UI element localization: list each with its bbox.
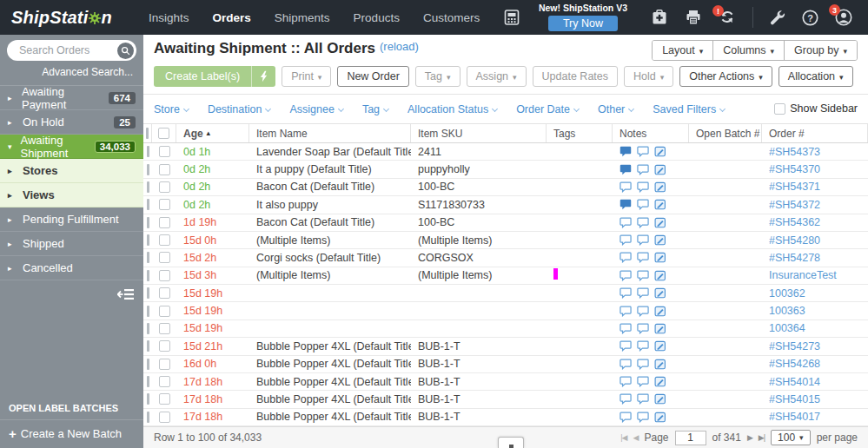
account-icon[interactable]: 3 — [835, 9, 852, 26]
row-handle[interactable] — [143, 376, 152, 387]
nav-item-products[interactable]: Products — [354, 11, 400, 24]
table-row[interactable]: 15d 3h(Multiple Items)(Multiple Items)In… — [143, 267, 868, 285]
columns-button[interactable]: Columns▾ — [712, 41, 784, 60]
table-row[interactable]: 15d 19h100363 — [143, 302, 868, 320]
edit-note-icon[interactable] — [654, 181, 666, 193]
order-number-link[interactable]: #SH54017 — [769, 411, 820, 423]
order-number-link[interactable]: #SH54278 — [769, 252, 820, 264]
row-checkbox[interactable] — [159, 217, 170, 228]
next-page-icon[interactable]: ▶ — [747, 433, 752, 442]
edit-note-icon[interactable] — [654, 323, 666, 334]
note-from-buyer-icon[interactable] — [620, 376, 632, 387]
row-handle[interactable] — [143, 217, 152, 228]
order-number-link[interactable]: 100363 — [769, 305, 805, 317]
column-header-item-sku[interactable]: Item SKU — [411, 124, 547, 142]
sidebar-item-stores[interactable]: ▸Stores — [0, 159, 143, 183]
first-page-icon[interactable]: |◀ — [620, 433, 626, 442]
try-now-button[interactable]: Try Now — [548, 16, 618, 32]
calculator-icon[interactable] — [503, 10, 520, 25]
edit-note-icon[interactable] — [654, 199, 666, 210]
row-checkbox[interactable] — [159, 164, 170, 175]
edit-note-icon[interactable] — [654, 146, 666, 157]
row-handle[interactable] — [143, 199, 152, 210]
sidebar-item-on-hold[interactable]: ▸On Hold25 — [0, 110, 143, 135]
edit-note-icon[interactable] — [654, 270, 666, 281]
update-rates-button[interactable]: Update Rates — [533, 66, 618, 87]
table-row[interactable]: 0d 2hIt also puppyS1171830733#SH54372 — [143, 196, 868, 214]
column-header-order[interactable]: Order # — [762, 124, 868, 142]
row-checkbox[interactable] — [159, 146, 170, 157]
order-number-link[interactable]: InsuranceTest — [769, 269, 837, 281]
search-input[interactable] — [17, 43, 117, 57]
column-header-notes[interactable]: Notes — [613, 124, 689, 142]
note-to-buyer-icon[interactable] — [637, 252, 649, 263]
row-handle[interactable] — [143, 323, 152, 334]
row-checkbox[interactable] — [159, 252, 170, 263]
allocation-button[interactable]: Allocation▾ — [779, 66, 853, 87]
note-from-buyer-icon[interactable] — [620, 412, 632, 423]
order-number-link[interactable]: #SH54370 — [769, 163, 820, 175]
tag-button[interactable]: Tag▾ — [415, 66, 461, 87]
reload-link[interactable]: (reload) — [380, 40, 419, 53]
table-row[interactable]: 0d 2hBacon Cat (Default Title)100-BC#SH5… — [143, 179, 868, 196]
row-handle[interactable] — [143, 340, 152, 352]
row-handle[interactable] — [143, 306, 152, 317]
column-header-open-batch[interactable]: Open Batch # — [689, 124, 762, 142]
table-row[interactable]: 15d 2hCorgi socks (Default Title)CORGSOX… — [143, 249, 868, 267]
note-to-buyer-icon[interactable] — [637, 146, 649, 157]
edit-note-icon[interactable] — [654, 340, 666, 352]
new-order-button[interactable]: New Order — [337, 66, 408, 87]
show-sidebar-toggle[interactable]: Show Sidebar — [774, 102, 858, 115]
edit-note-icon[interactable] — [654, 412, 666, 423]
table-row[interactable]: 15d 0h(Multiple Items)(Multiple Items)#S… — [143, 232, 868, 249]
note-to-buyer-icon[interactable] — [637, 359, 649, 370]
row-handle[interactable] — [143, 252, 152, 263]
row-handle[interactable] — [143, 181, 152, 193]
select-all-checkbox[interactable] — [158, 128, 169, 139]
table-row[interactable]: 0d 1hLavender Soap Bar (Default Title)24… — [143, 143, 868, 161]
row-checkbox[interactable] — [159, 181, 170, 193]
note-to-buyer-icon[interactable] — [637, 181, 649, 193]
edit-note-icon[interactable] — [654, 287, 666, 299]
row-handle[interactable] — [143, 270, 152, 281]
filter-other[interactable]: Other — [598, 103, 633, 115]
edit-note-icon[interactable] — [654, 252, 666, 263]
shipstation-logo[interactable]: ShipStatin — [0, 8, 143, 28]
column-header-tags[interactable]: Tags — [547, 124, 613, 142]
table-row[interactable]: 16d 0hBubble Popper 4XL (Default Title)B… — [143, 356, 868, 373]
sidebar-item-pending-fulfillment[interactable]: ▸Pending Fulfillment — [0, 208, 143, 232]
note-to-buyer-icon[interactable] — [637, 412, 649, 423]
row-checkbox[interactable] — [159, 340, 170, 352]
note-to-buyer-icon[interactable] — [637, 323, 649, 334]
wrench-icon[interactable] — [770, 10, 785, 25]
row-handle[interactable] — [143, 234, 152, 246]
row-checkbox[interactable] — [159, 234, 170, 246]
order-number-link[interactable]: #SH54014 — [769, 376, 820, 388]
table-row[interactable]: 15d 19h100364 — [143, 320, 868, 338]
note-to-buyer-icon[interactable] — [637, 217, 649, 228]
note-from-buyer-icon[interactable] — [620, 164, 632, 175]
per-page-select[interactable]: 100▾ — [771, 430, 811, 445]
order-number-link[interactable]: 100364 — [769, 322, 805, 334]
filter-store[interactable]: Store — [154, 103, 189, 115]
sidebar-item-views[interactable]: ▸Views — [0, 183, 143, 208]
row-checkbox[interactable] — [159, 306, 170, 317]
note-from-buyer-icon[interactable] — [620, 270, 632, 281]
note-to-buyer-icon[interactable] — [637, 306, 649, 317]
note-from-buyer-icon[interactable] — [620, 252, 632, 263]
note-from-buyer-icon[interactable] — [620, 287, 632, 299]
table-row[interactable]: 15d 21hBubble Popper 4XL (Default Title)… — [143, 338, 868, 355]
note-from-buyer-icon[interactable] — [620, 181, 632, 193]
assign-button[interactable]: Assign▾ — [467, 66, 527, 87]
note-from-buyer-icon[interactable] — [620, 234, 632, 246]
note-to-buyer-icon[interactable] — [637, 376, 649, 387]
order-number-link[interactable]: #SH54373 — [769, 146, 820, 158]
hold-button[interactable]: Hold▾ — [624, 66, 673, 87]
edit-note-icon[interactable] — [654, 217, 666, 228]
filter-assignee[interactable]: Assignee — [289, 103, 342, 115]
advanced-search-link[interactable]: Advanced Search... — [0, 64, 143, 86]
order-number-link[interactable]: #SH54015 — [769, 393, 820, 405]
column-header-age[interactable]: Age▴ — [176, 124, 249, 142]
last-page-icon[interactable]: ▶| — [759, 433, 765, 442]
order-number-link[interactable]: #SH54280 — [769, 234, 820, 247]
